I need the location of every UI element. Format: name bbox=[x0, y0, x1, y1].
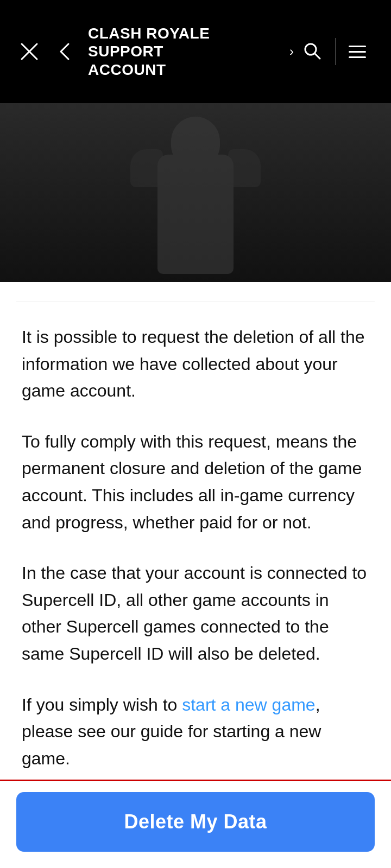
bottom-action-bar: Delete My Data bbox=[0, 780, 391, 868]
paragraph-4: If you simply wish to start a new game, … bbox=[22, 692, 369, 773]
soldier-body bbox=[157, 155, 234, 274]
hero-image bbox=[0, 103, 391, 282]
header-left: CLASH ROYALE SUPPORT ACCOUNT › bbox=[16, 24, 294, 79]
header-title-block: CLASH ROYALE SUPPORT ACCOUNT › bbox=[88, 24, 294, 79]
search-button[interactable] bbox=[294, 36, 331, 68]
paragraph-2: To fully comply with this request, means… bbox=[22, 429, 369, 536]
header-chevron-icon: › bbox=[289, 44, 294, 59]
soldier-silhouette bbox=[114, 111, 277, 274]
header: CLASH ROYALE SUPPORT ACCOUNT › bbox=[0, 0, 391, 103]
delete-my-data-button[interactable]: Delete My Data bbox=[16, 792, 375, 852]
header-right bbox=[294, 36, 375, 68]
back-button[interactable] bbox=[52, 39, 78, 65]
hero-image-inner bbox=[0, 103, 391, 282]
menu-icon bbox=[349, 51, 366, 53]
close-icon bbox=[20, 42, 39, 61]
menu-icon bbox=[349, 46, 366, 47]
paragraph-1: It is possible to request the deletion o… bbox=[22, 324, 369, 405]
paragraph-4-prefix: If you simply wish to bbox=[22, 695, 182, 714]
search-icon bbox=[302, 41, 322, 61]
paragraph-3: In the case that your account is connect… bbox=[22, 560, 369, 667]
header-divider bbox=[335, 38, 336, 65]
menu-icon bbox=[349, 56, 366, 58]
close-button[interactable] bbox=[16, 39, 42, 65]
back-icon bbox=[55, 42, 75, 61]
svg-line-3 bbox=[315, 54, 320, 59]
header-title: CLASH ROYALE SUPPORT ACCOUNT bbox=[88, 24, 283, 79]
start-new-game-link[interactable]: start a new game bbox=[182, 695, 315, 714]
menu-button[interactable] bbox=[340, 40, 375, 63]
